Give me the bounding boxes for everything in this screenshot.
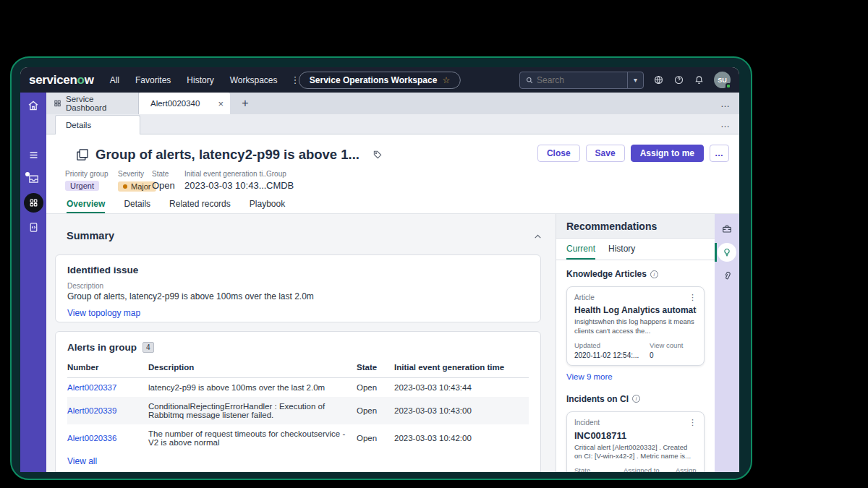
view-all-link[interactable]: View all [67, 456, 97, 466]
info-icon[interactable]: i [632, 395, 640, 403]
field-initial-event-time: Initial event generation ti... 2023-03-0… [184, 170, 266, 192]
tab-history[interactable]: History [608, 239, 635, 260]
assignment-label: Assignmen... [676, 466, 697, 472]
state-value: Open [152, 180, 184, 191]
tab-details[interactable]: Details [124, 196, 150, 213]
user-avatar[interactable]: SU [714, 72, 731, 88]
alerts-in-group-card: Alerts in group 4 Number Description Sta… [55, 331, 541, 472]
lightbulb-active-circle [718, 243, 736, 262]
view-topology-map-link[interactable]: View topology map [67, 308, 140, 318]
tab-alert-record[interactable]: Alert0020340 × [139, 93, 230, 114]
alerts-table-header: Number Description State Initial event g… [67, 363, 529, 378]
workspace-tab-strip: Service Dashboard Alert0020340 × + … [46, 93, 739, 114]
assign-to-me-button[interactable]: Assign to me [631, 145, 704, 162]
article-snippet: Insightswhen this log happens it means c… [574, 317, 697, 336]
recommendations-tabs: Current History [556, 239, 715, 260]
alert-number-link[interactable]: Alert0020336 [67, 434, 116, 442]
avatar-initials: SU [718, 77, 727, 84]
record-action-buttons: Close Save Assign to me … [537, 145, 729, 162]
col-number[interactable]: Number [67, 363, 148, 372]
incident-number[interactable]: INC0018711 [574, 430, 697, 441]
app-window: servicenow All Favorites History Workspa… [20, 67, 739, 472]
nav-workspaces[interactable]: Workspaces [230, 75, 278, 85]
logo-text-1: servicen [29, 73, 77, 87]
tab-current[interactable]: Current [566, 239, 595, 260]
view-count-label: View count [650, 341, 697, 349]
nav-all[interactable]: All [110, 75, 119, 85]
tab-close-icon[interactable]: × [218, 98, 224, 109]
notifications-bell-icon[interactable] [694, 74, 705, 85]
logo-text-2: w [85, 73, 94, 87]
subtab-more-icon[interactable]: … [720, 114, 731, 134]
close-button[interactable]: Close [537, 145, 580, 162]
field-group: Group CMDB [266, 170, 317, 192]
alerts-card-title-row: Alerts in group 4 [67, 342, 529, 353]
record-body: Summary Identified issue Description Gro… [46, 214, 739, 472]
attachments-paperclip-icon[interactable] [715, 264, 739, 287]
save-button[interactable]: Save [586, 145, 625, 162]
field-label: State [152, 170, 184, 178]
more-actions-button[interactable]: … [710, 145, 729, 162]
tab-alert-record-label: Alert0020340 [150, 99, 200, 108]
incident-card[interactable]: Incident ⋮ INC0018711 Critical alert [Al… [566, 411, 705, 472]
sidebar-script-icon[interactable] [20, 217, 46, 237]
assigned-to-label: Assigned to [624, 466, 676, 472]
alerts-table: Number Description State Initial event g… [67, 363, 529, 452]
record-header: Group of alerts, latency2-p99 is above 1… [46, 134, 739, 214]
left-sidebar [20, 93, 46, 472]
sidebar-list-icon[interactable] [20, 145, 46, 165]
workspace-switcher-pill[interactable]: Service Operations Workspace ☆ [299, 72, 461, 89]
recommendations-heading: Recommendations [556, 214, 715, 239]
tab-related-records[interactable]: Related records [169, 196, 231, 213]
recommendations-lightbulb-icon[interactable] [715, 241, 739, 264]
servicenow-logo[interactable]: servicenow [29, 73, 94, 87]
page-title: Group of alerts, latency2-p99 is above 1… [95, 147, 359, 163]
overview-content: Summary Identified issue Description Gro… [46, 214, 556, 472]
article-kebab-icon[interactable]: ⋮ [689, 293, 697, 302]
tab-strip-more-icon[interactable]: … [720, 93, 731, 114]
incident-snippet: Critical alert [Alert0020332] . Created … [574, 443, 697, 462]
subtab-details[interactable]: Details [55, 115, 140, 134]
sidebar-home-icon[interactable] [20, 95, 46, 116]
table-row: Alert0020337 latency2-p99 is above 100ms… [67, 378, 529, 397]
record-title-row: Group of alerts, latency2-p99 is above 1… [75, 144, 551, 166]
tab-playbook[interactable]: Playbook [250, 196, 285, 213]
info-icon[interactable]: i [650, 270, 658, 278]
tab-service-dashboard[interactable]: Service Dashboard [46, 93, 139, 114]
alert-number-link[interactable]: Alert0020339 [67, 406, 116, 415]
presence-status-dot [726, 83, 731, 89]
nav-favorites[interactable]: Favorites [135, 75, 171, 85]
article-title[interactable]: Health Log Analytics automatic ... [574, 305, 697, 315]
collapse-chevron-icon[interactable] [533, 231, 542, 244]
global-search[interactable]: ▾ [519, 72, 644, 89]
alerts-card-title: Alerts in group [67, 342, 137, 353]
col-initial-event-time[interactable]: Initial event generation time [394, 363, 530, 372]
severity-dot-icon [123, 184, 127, 189]
recommendations-panel: Recommendations Current History Knowledg… [556, 214, 715, 472]
tab-overview[interactable]: Overview [67, 196, 105, 213]
incident-kebab-icon[interactable]: ⋮ [689, 418, 697, 427]
col-description[interactable]: Description [148, 363, 357, 372]
field-label: Priority group [65, 170, 118, 178]
sidebar-apps-icon-active[interactable] [20, 192, 46, 213]
col-state[interactable]: State [357, 363, 394, 372]
search-scope-caret[interactable]: ▾ [627, 72, 643, 88]
record-copy-icon [75, 147, 90, 162]
tag-icon[interactable] [373, 150, 383, 160]
help-icon[interactable] [673, 74, 684, 85]
table-row: Alert0020339 ConditionalRejectingErrorHa… [67, 397, 529, 424]
knowledge-article-card[interactable]: Article ⋮ Health Log Analytics automatic… [566, 286, 705, 366]
severity-badge: Major [118, 181, 156, 192]
alert-number-link[interactable]: Alert0020337 [67, 383, 116, 392]
sidebar-inbox-icon[interactable] [20, 168, 46, 189]
view-more-articles-link[interactable]: View 9 more [566, 372, 613, 381]
alert-time: 2023-03-03 10:43:00 [394, 406, 530, 415]
identified-issue-title: Identified issue [67, 265, 529, 275]
search-input[interactable] [537, 75, 627, 85]
new-tab-plus-icon[interactable]: + [236, 93, 255, 114]
group-value: CMDB [266, 180, 317, 191]
favorite-star-icon[interactable]: ☆ [442, 75, 450, 85]
globe-icon[interactable] [653, 74, 664, 85]
toolbox-icon[interactable] [715, 218, 739, 241]
nav-history[interactable]: History [187, 75, 213, 85]
